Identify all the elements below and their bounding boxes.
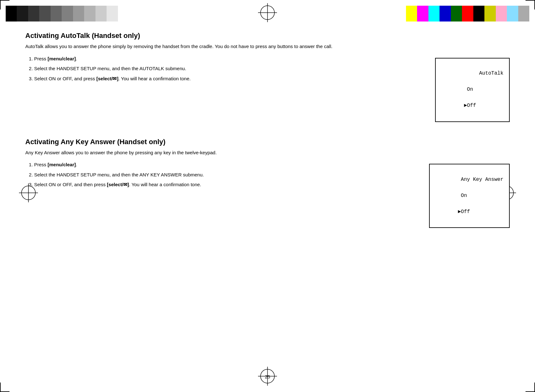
color-swatch-right (484, 6, 495, 21)
section2-lcd-line3: ►Off (458, 209, 470, 215)
color-swatch-left (95, 6, 107, 21)
section1-step3-bold: [select/✉] (96, 76, 119, 81)
section1-desc: AutoTalk allows you to answer the phone … (25, 43, 510, 50)
section1-lcd: AutoTalk On ►Off (435, 58, 510, 122)
color-swatch-left (73, 6, 84, 21)
color-bar-right (406, 6, 529, 21)
section2-step1: Press [menu/clear]. (34, 161, 416, 169)
section-autotalk: Activating AutoTalk (Handset only) AutoT… (25, 32, 510, 122)
color-swatch-right (496, 6, 507, 21)
section1-lcd-line2: On (464, 87, 473, 92)
main-content: Activating AutoTalk (Handset only) AutoT… (25, 32, 510, 367)
page-number: 25 (265, 374, 270, 379)
color-swatch-left (6, 6, 17, 21)
color-swatch-right (462, 6, 473, 21)
section2-step3: Select ON or OFF, and then press [select… (34, 181, 416, 189)
color-swatch-right (507, 6, 518, 21)
color-swatch-left (28, 6, 39, 21)
section2-steps: Press [menu/clear]. Select the HANDSET S… (25, 161, 416, 191)
color-swatch-left (51, 6, 62, 21)
color-swatch-left (17, 6, 28, 21)
section1-step1: Press [menu/clear]. (34, 55, 422, 63)
color-swatch-left (118, 6, 129, 21)
crosshair-top (258, 3, 277, 22)
corner-mark-bl (0, 383, 9, 392)
color-swatch-right (451, 6, 462, 21)
section1-step2: Select the HANDSET SETUP menu, and then … (34, 64, 422, 73)
section1-step3: Select ON or OFF, and press [select/✉]. … (34, 75, 422, 83)
section1-title: Activating AutoTalk (Handset only) (25, 32, 510, 40)
color-swatch-left (107, 6, 118, 21)
color-swatch-right (518, 6, 529, 21)
color-swatch-left (39, 6, 50, 21)
section1-step1-bold: [menu/clear] (48, 56, 76, 61)
section2-step3-bold: [select/✉] (107, 182, 129, 187)
section2-lcd: Any Key Answer On ►Off (429, 164, 510, 228)
color-swatch-right (406, 6, 417, 21)
section1-steps: Press [menu/clear]. Select the HANDSET S… (25, 55, 422, 85)
color-swatch-right (428, 6, 440, 21)
color-swatch-right (440, 6, 451, 21)
section2-lcd-line2: On (458, 193, 467, 199)
color-swatch-left (84, 6, 95, 21)
section1-lcd-line1: AutoTalk (464, 70, 503, 76)
section2-body: Press [menu/clear]. Select the HANDSET S… (25, 161, 510, 228)
section2-title: Activating Any Key Answer (Handset only) (25, 138, 510, 146)
color-swatch-right (417, 6, 428, 21)
section2-lcd-line1: Any Key Answer (458, 177, 503, 182)
color-swatch-right (473, 6, 484, 21)
color-bar-left (6, 6, 129, 21)
section1-lcd-line3: ►Off (464, 103, 476, 108)
section2-desc: Any Key Answer allows you to answer the … (25, 149, 510, 156)
section2-step1-bold: [menu/clear] (48, 162, 76, 167)
section1-body: Press [menu/clear]. Select the HANDSET S… (25, 55, 510, 122)
section2-step2: Select the HANDSET SETUP menu, and then … (34, 171, 416, 179)
color-swatch-left (62, 6, 73, 21)
section-anykeyans: Activating Any Key Answer (Handset only)… (25, 138, 510, 228)
corner-mark-br (526, 383, 535, 392)
